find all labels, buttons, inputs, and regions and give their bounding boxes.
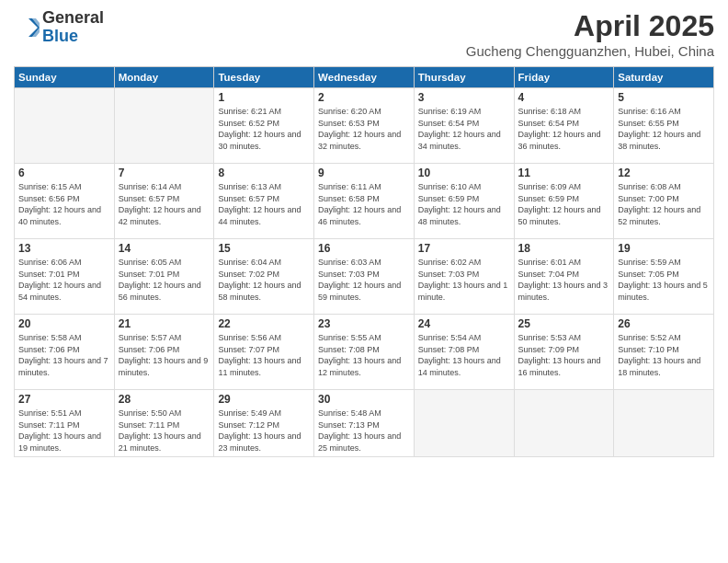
page: General Blue April 2025 Gucheng Chenggua… [0, 0, 728, 563]
calendar-header-thursday: Thursday [414, 67, 514, 88]
day-info: Sunrise: 6:14 AMSunset: 6:57 PMDaylight:… [119, 181, 210, 227]
day-info: Sunrise: 5:57 AMSunset: 7:06 PMDaylight:… [119, 332, 210, 378]
calendar-cell: 8Sunrise: 6:13 AMSunset: 6:57 PMDaylight… [214, 164, 314, 239]
calendar-cell: 10Sunrise: 6:10 AMSunset: 6:59 PMDayligh… [414, 164, 514, 239]
day-info: Sunrise: 6:09 AMSunset: 6:59 PMDaylight:… [518, 181, 610, 227]
day-info: Sunrise: 5:51 AMSunset: 7:11 PMDaylight:… [18, 408, 110, 454]
calendar-cell: 30Sunrise: 5:48 AMSunset: 7:13 PMDayligh… [314, 390, 415, 457]
day-info: Sunrise: 5:55 AMSunset: 7:08 PMDaylight:… [318, 332, 410, 378]
day-info: Sunrise: 5:54 AMSunset: 7:08 PMDaylight:… [418, 332, 510, 378]
day-info: Sunrise: 6:18 AMSunset: 6:54 PMDaylight:… [518, 106, 610, 152]
calendar-cell: 20Sunrise: 5:58 AMSunset: 7:06 PMDayligh… [15, 315, 115, 390]
calendar-cell: 14Sunrise: 6:05 AMSunset: 7:01 PMDayligh… [114, 239, 214, 315]
calendar-cell: 12Sunrise: 6:08 AMSunset: 7:00 PMDayligh… [614, 164, 714, 239]
day-info: Sunrise: 6:02 AMSunset: 7:03 PMDaylight:… [418, 257, 510, 303]
calendar-cell: 15Sunrise: 6:04 AMSunset: 7:02 PMDayligh… [214, 239, 314, 315]
title-block: April 2025 Gucheng Chengguanzhen, Hubei,… [466, 9, 714, 59]
day-number: 25 [518, 317, 610, 330]
day-info: Sunrise: 6:01 AMSunset: 7:04 PMDaylight:… [518, 257, 610, 303]
logo-text: General Blue [42, 9, 104, 46]
calendar-cell: 24Sunrise: 5:54 AMSunset: 7:08 PMDayligh… [414, 315, 514, 390]
calendar-header-monday: Monday [114, 67, 214, 88]
day-info: Sunrise: 5:58 AMSunset: 7:06 PMDaylight:… [18, 332, 110, 378]
day-number: 2 [318, 91, 410, 104]
day-info: Sunrise: 6:05 AMSunset: 7:01 PMDaylight:… [119, 257, 210, 303]
day-info: Sunrise: 6:20 AMSunset: 6:53 PMDaylight:… [318, 106, 410, 152]
day-number: 16 [318, 242, 410, 255]
day-info: Sunrise: 6:10 AMSunset: 6:59 PMDaylight:… [418, 181, 510, 227]
location-title: Gucheng Chengguanzhen, Hubei, China [466, 43, 714, 59]
calendar-cell: 25Sunrise: 5:53 AMSunset: 7:09 PMDayligh… [514, 315, 614, 390]
day-info: Sunrise: 5:50 AMSunset: 7:11 PMDaylight:… [119, 408, 210, 454]
calendar-cell: 1Sunrise: 6:21 AMSunset: 6:52 PMDaylight… [214, 88, 314, 164]
day-number: 5 [618, 91, 710, 104]
month-title: April 2025 [466, 9, 714, 43]
calendar-cell: 18Sunrise: 6:01 AMSunset: 7:04 PMDayligh… [514, 239, 614, 315]
day-number: 4 [518, 91, 610, 104]
calendar-cell: 28Sunrise: 5:50 AMSunset: 7:11 PMDayligh… [114, 390, 214, 457]
logo-general: General [42, 8, 104, 27]
calendar-week-2: 6Sunrise: 6:15 AMSunset: 6:56 PMDaylight… [15, 164, 714, 239]
day-info: Sunrise: 6:11 AMSunset: 6:58 PMDaylight:… [318, 181, 410, 227]
day-info: Sunrise: 6:13 AMSunset: 6:57 PMDaylight:… [218, 181, 310, 227]
calendar-cell: 2Sunrise: 6:20 AMSunset: 6:53 PMDaylight… [314, 88, 415, 164]
calendar-cell: 23Sunrise: 5:55 AMSunset: 7:08 PMDayligh… [314, 315, 415, 390]
calendar-header-row: SundayMondayTuesdayWednesdayThursdayFrid… [15, 67, 714, 88]
day-number: 12 [618, 167, 710, 179]
calendar-cell [114, 88, 214, 164]
calendar-week-1: 1Sunrise: 6:21 AMSunset: 6:52 PMDaylight… [15, 88, 714, 164]
day-info: Sunrise: 6:16 AMSunset: 6:55 PMDaylight:… [618, 106, 710, 152]
day-info: Sunrise: 6:15 AMSunset: 6:56 PMDaylight:… [18, 181, 110, 227]
day-info: Sunrise: 6:19 AMSunset: 6:54 PMDaylight:… [418, 106, 510, 152]
day-info: Sunrise: 5:53 AMSunset: 7:09 PMDaylight:… [518, 332, 610, 378]
calendar-cell: 11Sunrise: 6:09 AMSunset: 6:59 PMDayligh… [514, 164, 614, 239]
calendar-cell: 21Sunrise: 5:57 AMSunset: 7:06 PMDayligh… [114, 315, 214, 390]
logo: General Blue [14, 9, 104, 46]
calendar-header-wednesday: Wednesday [314, 67, 415, 88]
header: General Blue April 2025 Gucheng Chenggua… [14, 9, 714, 59]
calendar: SundayMondayTuesdayWednesdayThursdayFrid… [14, 66, 714, 457]
day-number: 27 [18, 393, 110, 406]
day-number: 30 [318, 393, 410, 406]
day-info: Sunrise: 5:56 AMSunset: 7:07 PMDaylight:… [218, 332, 310, 378]
calendar-header-tuesday: Tuesday [214, 67, 314, 88]
calendar-cell: 13Sunrise: 6:06 AMSunset: 7:01 PMDayligh… [15, 239, 115, 315]
day-info: Sunrise: 6:06 AMSunset: 7:01 PMDaylight:… [18, 257, 110, 303]
calendar-cell: 29Sunrise: 5:49 AMSunset: 7:12 PMDayligh… [214, 390, 314, 457]
calendar-cell: 16Sunrise: 6:03 AMSunset: 7:03 PMDayligh… [314, 239, 415, 315]
day-number: 13 [18, 242, 110, 255]
day-number: 15 [218, 242, 310, 255]
calendar-cell: 6Sunrise: 6:15 AMSunset: 6:56 PMDaylight… [15, 164, 115, 239]
day-number: 29 [218, 393, 310, 406]
day-info: Sunrise: 6:21 AMSunset: 6:52 PMDaylight:… [218, 106, 310, 152]
logo-icon [14, 15, 40, 40]
day-info: Sunrise: 5:59 AMSunset: 7:05 PMDaylight:… [618, 257, 710, 303]
day-info: Sunrise: 6:08 AMSunset: 7:00 PMDaylight:… [618, 181, 710, 227]
day-info: Sunrise: 5:48 AMSunset: 7:13 PMDaylight:… [318, 408, 410, 454]
calendar-cell: 26Sunrise: 5:52 AMSunset: 7:10 PMDayligh… [614, 315, 714, 390]
day-number: 3 [418, 91, 510, 104]
calendar-cell: 19Sunrise: 5:59 AMSunset: 7:05 PMDayligh… [614, 239, 714, 315]
calendar-week-5: 27Sunrise: 5:51 AMSunset: 7:11 PMDayligh… [15, 390, 714, 457]
day-number: 9 [318, 167, 410, 179]
day-number: 19 [618, 242, 710, 255]
calendar-cell [414, 390, 514, 457]
day-number: 10 [418, 167, 510, 179]
calendar-cell: 22Sunrise: 5:56 AMSunset: 7:07 PMDayligh… [214, 315, 314, 390]
day-number: 23 [318, 317, 410, 330]
day-number: 26 [618, 317, 710, 330]
day-number: 20 [18, 317, 110, 330]
logo-blue: Blue [42, 27, 78, 45]
day-number: 7 [119, 167, 210, 179]
day-number: 14 [119, 242, 210, 255]
calendar-cell [15, 88, 115, 164]
day-number: 18 [518, 242, 610, 255]
day-number: 1 [218, 91, 310, 104]
calendar-week-3: 13Sunrise: 6:06 AMSunset: 7:01 PMDayligh… [15, 239, 714, 315]
day-info: Sunrise: 6:04 AMSunset: 7:02 PMDaylight:… [218, 257, 310, 303]
day-number: 24 [418, 317, 510, 330]
calendar-header-saturday: Saturday [614, 67, 714, 88]
calendar-header-sunday: Sunday [15, 67, 115, 88]
calendar-cell: 17Sunrise: 6:02 AMSunset: 7:03 PMDayligh… [414, 239, 514, 315]
day-number: 28 [119, 393, 210, 406]
